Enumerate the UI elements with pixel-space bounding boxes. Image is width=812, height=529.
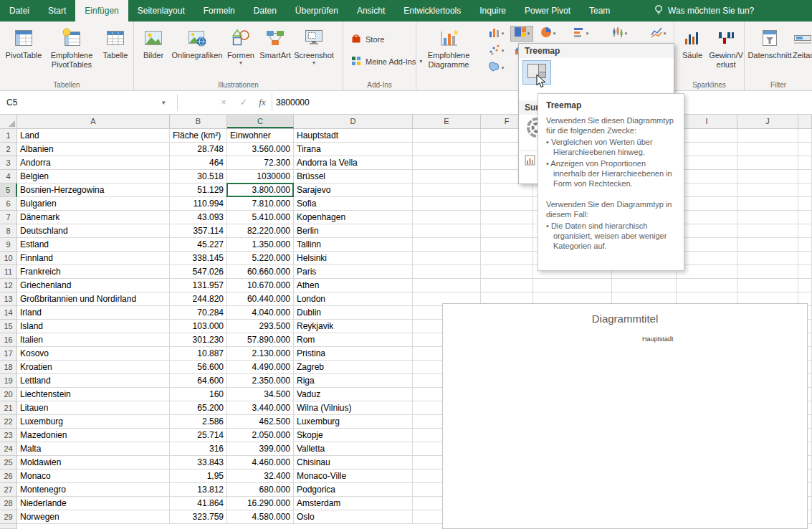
cell-B21[interactable]: 65.200 bbox=[170, 401, 227, 415]
cell-D5[interactable]: Sarajevo bbox=[294, 184, 413, 197]
column-header-a[interactable]: A bbox=[17, 115, 170, 128]
row-header-25[interactable]: 25 bbox=[0, 456, 17, 470]
cell-B4[interactable]: 30.518 bbox=[170, 170, 227, 184]
slicer-button[interactable]: Datenschnitt bbox=[747, 24, 793, 87]
cell-D10[interactable]: Helsinki bbox=[294, 252, 413, 265]
cell-B18[interactable]: 56.600 bbox=[170, 361, 227, 374]
cell-F5[interactable] bbox=[481, 184, 533, 197]
cell-D9[interactable]: Tallinn bbox=[294, 238, 413, 252]
row-header-3[interactable]: 3 bbox=[0, 156, 17, 170]
row-header-17[interactable]: 17 bbox=[0, 347, 17, 361]
cell-C29[interactable]: 4.580.000 bbox=[227, 510, 294, 524]
cell-I5[interactable] bbox=[677, 184, 737, 197]
cell-ovf10[interactable] bbox=[798, 252, 812, 265]
name-box-dropdown-icon[interactable]: ▾ bbox=[162, 91, 166, 114]
pivottable-button[interactable]: PivotTable bbox=[3, 24, 44, 87]
cell-D1[interactable]: Hauptstadt bbox=[294, 129, 413, 143]
row-header-8[interactable]: 8 bbox=[0, 224, 17, 238]
cell-B1[interactable]: Fläche (km²) bbox=[170, 129, 227, 143]
cell-E2[interactable] bbox=[413, 143, 481, 156]
cell-D22[interactable]: Luxemburg bbox=[294, 415, 413, 429]
cell-J1[interactable] bbox=[737, 129, 798, 143]
cell-E9[interactable] bbox=[413, 238, 481, 252]
row-header-29[interactable]: 29 bbox=[0, 510, 17, 524]
ribbon-tab-inquire[interactable]: Inquire bbox=[470, 0, 515, 22]
cell-A10[interactable]: Finnland bbox=[17, 252, 170, 265]
cell-D3[interactable]: Andorra la Vella bbox=[294, 156, 413, 170]
formula-input[interactable]: 3800000 bbox=[276, 91, 310, 114]
cell-A9[interactable]: Estland bbox=[17, 238, 170, 252]
cell-ovf3[interactable] bbox=[798, 156, 812, 170]
cell-C17[interactable]: 2.130.000 bbox=[227, 347, 294, 361]
cell-A17[interactable]: Kosovo bbox=[17, 347, 170, 361]
cell-D25[interactable]: Chisinau bbox=[294, 456, 413, 470]
cell-D24[interactable]: Valletta bbox=[294, 442, 413, 456]
cell-C24[interactable]: 399.000 bbox=[227, 442, 294, 456]
cell-ovf12[interactable] bbox=[798, 279, 812, 292]
cell-F12[interactable] bbox=[481, 279, 533, 292]
cell-D19[interactable]: Riga bbox=[294, 374, 413, 388]
cell-A1[interactable]: Land bbox=[17, 129, 170, 143]
ribbon-tab-entwicklertools[interactable]: Entwicklertools bbox=[394, 0, 470, 22]
cell-ovf8[interactable] bbox=[798, 224, 812, 238]
cell-A13[interactable]: Großbritannien und Nordirland bbox=[17, 292, 170, 306]
cell-A11[interactable]: Frankreich bbox=[17, 265, 170, 279]
cell-E6[interactable] bbox=[413, 197, 481, 211]
cell-B20[interactable]: 160 bbox=[170, 388, 227, 401]
cell-H12[interactable] bbox=[612, 279, 677, 292]
cell-I9[interactable] bbox=[677, 238, 737, 252]
column-chart-button[interactable]: ▾ bbox=[484, 26, 507, 42]
cell-J3[interactable] bbox=[737, 156, 798, 170]
cell-C15[interactable]: 293.500 bbox=[227, 320, 294, 333]
cell-A5[interactable]: Bosnien-Herzegowina bbox=[17, 184, 170, 197]
cell-C21[interactable]: 3.440.000 bbox=[227, 401, 294, 415]
treemap-button[interactable]: ▾ bbox=[510, 26, 533, 42]
cell-C20[interactable]: 34.500 bbox=[227, 388, 294, 401]
row-header-6[interactable]: 6 bbox=[0, 197, 17, 211]
cell-D17[interactable]: Pristina bbox=[294, 347, 413, 361]
select-all-corner[interactable] bbox=[0, 115, 17, 128]
cell-B27[interactable]: 13.812 bbox=[170, 483, 227, 497]
table-button[interactable]: Tabelle bbox=[99, 24, 132, 87]
cell-B17[interactable]: 10.887 bbox=[170, 347, 227, 361]
column-header-d[interactable]: D bbox=[294, 115, 413, 128]
cell-F10[interactable] bbox=[481, 252, 533, 265]
cell-D20[interactable]: Vaduz bbox=[294, 388, 413, 401]
cell-D23[interactable]: Skopje bbox=[294, 429, 413, 442]
cell-F8[interactable] bbox=[481, 224, 533, 238]
ribbon-tab-power-pivot[interactable]: Power Pivot bbox=[515, 0, 580, 22]
scatter-chart-button[interactable]: ▾ bbox=[484, 43, 507, 59]
row-header-10[interactable]: 10 bbox=[0, 252, 17, 265]
win-loss-sparkline-button[interactable]: Gewinn/Verlust bbox=[709, 24, 743, 87]
cell-J9[interactable] bbox=[737, 238, 798, 252]
row-header-24[interactable]: 24 bbox=[0, 442, 17, 456]
cell-J6[interactable] bbox=[737, 197, 798, 211]
ribbon-tab-daten[interactable]: Daten bbox=[244, 0, 286, 22]
cell-A3[interactable]: Andorra bbox=[17, 156, 170, 170]
cell-C26[interactable]: 32.400 bbox=[227, 470, 294, 483]
cell-B3[interactable]: 464 bbox=[170, 156, 227, 170]
ribbon-tab-start[interactable]: Start bbox=[39, 0, 75, 22]
cell-ovf7[interactable] bbox=[798, 211, 812, 224]
cell-D7[interactable]: Kopenhagen bbox=[294, 211, 413, 224]
cell-A26[interactable]: Monaco bbox=[17, 470, 170, 483]
cell-D12[interactable]: Athen bbox=[294, 279, 413, 292]
embedded-chart[interactable]: Diagrammtitel Hauptstadt bbox=[442, 303, 808, 529]
cell-A22[interactable]: Luxemburg bbox=[17, 415, 170, 429]
row-header-20[interactable]: 20 bbox=[0, 388, 17, 401]
cell-J2[interactable] bbox=[737, 143, 798, 156]
cell-A28[interactable]: Niederlande bbox=[17, 497, 170, 510]
cell-I11[interactable] bbox=[677, 265, 737, 279]
recommended-charts-button[interactable]: Empfohlene Diagramme bbox=[420, 24, 477, 87]
cell-E8[interactable] bbox=[413, 224, 481, 238]
ribbon-tab-ansicht[interactable]: Ansicht bbox=[348, 0, 394, 22]
line-chart-button[interactable]: ▾ bbox=[646, 26, 669, 42]
cell-A6[interactable]: Bulgarien bbox=[17, 197, 170, 211]
cell-C16[interactable]: 57.890.000 bbox=[227, 333, 294, 347]
cell-D16[interactable]: Rom bbox=[294, 333, 413, 347]
cell-A7[interactable]: Dänemark bbox=[17, 211, 170, 224]
cell-I3[interactable] bbox=[677, 156, 737, 170]
cell-I12[interactable] bbox=[677, 279, 737, 292]
screenshot-button[interactable]: Screenshot ▾ bbox=[294, 24, 334, 87]
cell-A24[interactable]: Malta bbox=[17, 442, 170, 456]
